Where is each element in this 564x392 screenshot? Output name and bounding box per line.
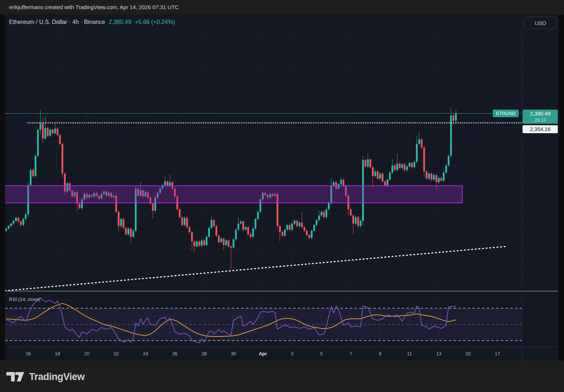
candle-body [59, 135, 61, 144]
candle-body [54, 128, 56, 133]
candle-body [304, 227, 305, 231]
candle-body [184, 218, 186, 225]
candle-body [399, 164, 401, 168]
candle-body [240, 221, 242, 224]
candle-body [211, 220, 212, 228]
candle-body [208, 228, 210, 237]
candle-body [167, 181, 169, 186]
candle-body [235, 230, 237, 240]
candle-body [32, 170, 34, 176]
candle-body [188, 227, 190, 232]
candle-body [431, 173, 433, 180]
candle-body [311, 231, 313, 238]
candle-body [206, 237, 207, 245]
time-tick-label: 16 [21, 351, 36, 356]
candle-body [455, 113, 457, 121]
candle-body [223, 238, 225, 245]
candle-body [328, 203, 330, 209]
candle-body [247, 227, 249, 234]
time-tick-label: 30 [226, 351, 241, 356]
candle-body [186, 218, 188, 227]
candle-body [453, 115, 454, 121]
candle-body [203, 240, 205, 245]
candle-body [52, 130, 53, 133]
candle-body [401, 164, 403, 168]
candle-body [411, 163, 413, 167]
level-line-badge: 2,354.16 [523, 125, 558, 133]
candle-body [435, 175, 437, 182]
trend-line [5, 246, 506, 291]
attribution-text: erikjuffermans created with TradingView.… [9, 4, 179, 10]
candle-body [443, 172, 445, 181]
symbol-title: Ethereum / U.S. Dollar · 4h · Binance [9, 19, 105, 25]
currency-toggle-button[interactable]: USD [524, 17, 557, 29]
candle-body [57, 128, 58, 135]
candle-body [37, 130, 39, 156]
candle-body [123, 219, 125, 228]
candle-body [433, 175, 435, 180]
candle-body [384, 181, 386, 186]
tradingview-logo[interactable]: TradingView [6, 370, 85, 384]
candle-body [5, 229, 7, 231]
time-tick-label: 5 [314, 351, 329, 356]
symbol-legend[interactable]: Ethereum / U.S. Dollar · 4h · Binance2,3… [9, 19, 175, 25]
candle-body [394, 166, 396, 170]
time-tick-label: 22 [109, 351, 123, 356]
candle-body [323, 212, 325, 217]
candle-body [281, 232, 283, 236]
candle-body [365, 160, 366, 167]
candle-body [42, 124, 44, 139]
time-tick-label: 17 [490, 351, 505, 356]
candle-body [198, 241, 200, 246]
time-tick-label: 15 [461, 351, 475, 356]
time-tick-label: 9 [373, 351, 388, 356]
pane-separator-handle[interactable] [5, 291, 558, 291]
candle-body [404, 164, 406, 170]
candle-body [299, 222, 300, 226]
time-tick-label: Apr [256, 351, 270, 356]
rsi-indicator-label[interactable]: RSI (14, close) [9, 297, 40, 302]
supply-zone [5, 186, 462, 203]
time-tick-label: 13 [431, 351, 446, 356]
last-price-value: 2,380.49 [523, 110, 558, 117]
candle-body [377, 171, 379, 179]
candle-body [225, 240, 227, 245]
candle-body [220, 238, 222, 242]
candle-body [316, 220, 317, 225]
candle-body [321, 212, 322, 216]
time-tick-label: 26 [167, 351, 182, 356]
candle-body [421, 139, 423, 148]
candle-body [118, 212, 119, 226]
candle-body [120, 219, 122, 226]
candle-body [379, 173, 381, 179]
candle-body [215, 226, 217, 236]
time-tick-label: 7 [344, 351, 358, 356]
time-tick-label: 24 [138, 351, 153, 356]
candle-body [20, 221, 22, 225]
candle-body [47, 128, 49, 136]
candle-body [181, 217, 183, 225]
candle-body [30, 170, 32, 185]
candle-body [418, 139, 420, 144]
candle-body [23, 219, 24, 225]
candle-body [342, 180, 344, 186]
candle-body [284, 230, 286, 236]
candle-body [213, 220, 215, 226]
candle-body [426, 171, 427, 179]
candle-body [306, 231, 308, 235]
candle-body [369, 159, 371, 167]
time-tick-label: 11 [402, 351, 417, 356]
price-axis[interactable]: 2,600.002,550.002,500.002,450.002,400.00… [522, 15, 558, 347]
chart-plot[interactable] [5, 15, 558, 360]
candle-body [450, 115, 452, 156]
candle-body [372, 167, 374, 176]
candle-body [445, 166, 447, 173]
candle-body [252, 229, 254, 237]
time-axis[interactable]: 1618202224262830Apr357911131517 [5, 347, 522, 360]
candle-body [313, 225, 315, 231]
candle-body [194, 241, 195, 246]
candle-body [414, 162, 415, 167]
candle-body [441, 178, 442, 181]
candle-body [49, 130, 51, 136]
candle-body [396, 164, 398, 170]
